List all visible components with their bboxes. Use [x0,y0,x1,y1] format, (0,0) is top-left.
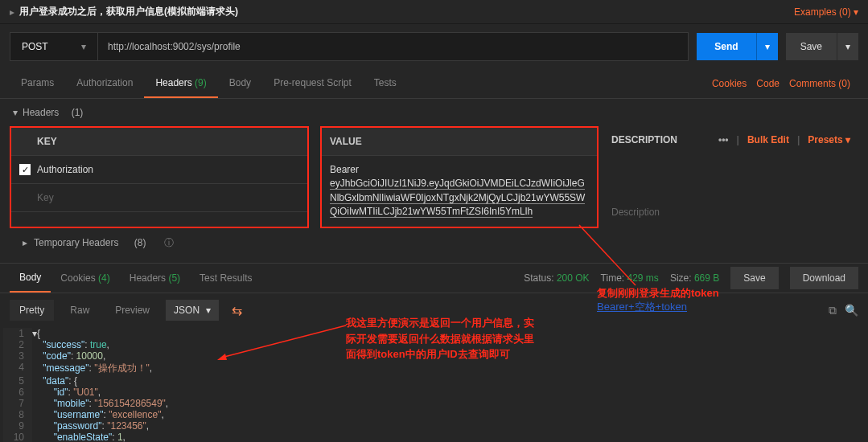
time-text: Time: 429 ms [601,272,659,284]
tab-prerequest[interactable]: Pre-request Script [262,69,363,98]
resp-tab-tests[interactable]: Test Results [190,264,261,292]
save-dropdown[interactable]: ▾ [837,33,858,60]
tab-params[interactable]: Params [10,69,65,98]
more-icon[interactable]: ••• [718,134,729,145]
search-icon[interactable]: 🔍 [845,304,858,317]
url-input[interactable]: http://localhost:9002/sys/profile [98,32,689,61]
temporary-headers-toggle[interactable]: ▸ Temporary Headers (8) ⓘ [10,228,858,258]
desc-placeholder[interactable]: Description [603,198,858,226]
code-link[interactable]: Code [756,78,780,89]
resp-tab-cookies[interactable]: Cookies (4) [51,264,119,292]
header-row-value[interactable]: BearereyJhbGciOiJIUzI1NiJ9.eyJqdGkiOiJVM… [322,156,597,227]
col-value: VALUE [322,128,597,156]
send-dropdown[interactable]: ▾ [756,33,778,60]
send-button[interactable]: Send [697,33,755,60]
bulk-edit-link[interactable]: Bulk Edit [747,134,789,145]
new-key-input[interactable]: Key [11,184,307,212]
tab-authorization[interactable]: Authorization [65,69,144,98]
status-text: Status: 200 OK [524,272,589,284]
header-row-key[interactable]: ✓Authorization [11,156,307,184]
copy-icon[interactable]: ⧉ [829,304,837,317]
annotation-2: 复制刚刚登录生成的token [597,286,719,301]
download-button[interactable]: Download [790,267,858,289]
view-raw[interactable]: Raw [60,300,99,321]
presets-link[interactable]: Presets ▾ [808,134,850,145]
annotation-1: 我这里方便演示是返回一个用户信息，实 际开发需要返回什么数据就根据请求头里 面得… [346,315,534,362]
method-select[interactable]: POST▾ [10,32,98,61]
save-button[interactable]: Save [786,33,837,60]
examples-link[interactable]: Examples (0) ▾ [794,6,858,18]
cookies-link[interactable]: Cookies [712,78,747,89]
annotation-2b: Bearer+空格+token [597,300,687,314]
tab-body[interactable]: Body [218,69,262,98]
view-preview[interactable]: Preview [105,300,159,321]
tab-tests[interactable]: Tests [363,69,408,98]
col-key: KEY [37,136,57,147]
size-text: Size: 669 B [670,272,719,284]
resp-tab-body[interactable]: Body [10,264,51,293]
comments-link[interactable]: Comments (0) [789,78,850,89]
row-checkbox[interactable]: ✓ [19,164,31,175]
tab-headers[interactable]: Headers (9) [144,69,217,98]
request-title: 用户登录成功之后，获取用户信息(模拟前端请求头) [19,5,238,18]
resp-tab-headers[interactable]: Headers (5) [120,264,190,292]
save-response-button[interactable]: Save [730,267,778,289]
format-select[interactable]: JSON ▾ [166,300,219,321]
view-pretty[interactable]: Pretty [10,300,54,321]
wrap-icon[interactable]: ⇆ [225,300,249,321]
headers-section-toggle[interactable]: ▾ Headers (1) [10,99,858,126]
col-description: DESCRIPTION [611,134,677,145]
collapse-caret[interactable]: ▸ [10,6,14,18]
